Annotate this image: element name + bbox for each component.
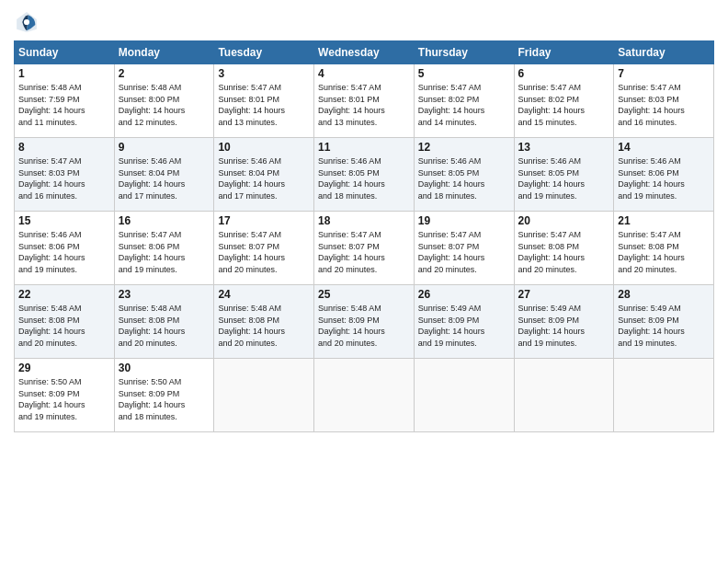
day-info: Sunrise: 5:50 AM Sunset: 8:09 PM Dayligh… (119, 376, 210, 422)
calendar-cell: 7 Sunrise: 5:47 AM Sunset: 8:03 PM Dayli… (614, 64, 714, 138)
day-info: Sunrise: 5:46 AM Sunset: 8:05 PM Dayligh… (418, 155, 510, 201)
day-number: 24 (218, 288, 310, 301)
calendar-cell (214, 359, 314, 432)
day-info: Sunrise: 5:46 AM Sunset: 8:05 PM Dayligh… (518, 155, 610, 201)
calendar-cell: 12 Sunrise: 5:46 AM Sunset: 8:05 PM Dayl… (414, 138, 514, 212)
day-number: 10 (218, 141, 310, 154)
calendar-cell: 6 Sunrise: 5:47 AM Sunset: 8:02 PM Dayli… (514, 64, 614, 138)
day-number: 12 (418, 141, 510, 154)
day-info: Sunrise: 5:48 AM Sunset: 8:08 PM Dayligh… (218, 303, 310, 349)
day-info: Sunrise: 5:46 AM Sunset: 8:06 PM Dayligh… (618, 155, 710, 201)
calendar-cell: 24 Sunrise: 5:48 AM Sunset: 8:08 PM Dayl… (214, 285, 314, 359)
header (14, 9, 714, 35)
calendar-cell: 27 Sunrise: 5:49 AM Sunset: 8:09 PM Dayl… (514, 285, 614, 359)
day-info: Sunrise: 5:48 AM Sunset: 7:59 PM Dayligh… (18, 82, 110, 128)
header-monday: Monday (114, 41, 214, 64)
week-row-2: 8 Sunrise: 5:47 AM Sunset: 8:03 PM Dayli… (15, 138, 714, 212)
day-number: 3 (218, 67, 310, 80)
day-number: 2 (119, 67, 210, 80)
calendar-cell: 1 Sunrise: 5:48 AM Sunset: 7:59 PM Dayli… (15, 64, 115, 138)
week-row-3: 15 Sunrise: 5:46 AM Sunset: 8:06 PM Dayl… (15, 212, 714, 285)
calendar-cell: 17 Sunrise: 5:47 AM Sunset: 8:07 PM Dayl… (214, 212, 314, 285)
calendar-cell: 30 Sunrise: 5:50 AM Sunset: 8:09 PM Dayl… (114, 359, 214, 432)
day-info: Sunrise: 5:47 AM Sunset: 8:08 PM Dayligh… (618, 229, 710, 275)
day-info: Sunrise: 5:46 AM Sunset: 8:06 PM Dayligh… (18, 229, 110, 275)
calendar-cell: 26 Sunrise: 5:49 AM Sunset: 8:09 PM Dayl… (414, 285, 514, 359)
header-wednesday: Wednesday (314, 41, 415, 64)
day-info: Sunrise: 5:48 AM Sunset: 8:08 PM Dayligh… (119, 303, 210, 349)
day-info: Sunrise: 5:46 AM Sunset: 8:04 PM Dayligh… (119, 155, 210, 201)
header-friday: Friday (514, 41, 614, 64)
calendar-cell (314, 359, 415, 432)
svg-point-2 (24, 19, 29, 25)
day-info: Sunrise: 5:49 AM Sunset: 8:09 PM Dayligh… (618, 303, 710, 349)
calendar-cell (414, 359, 514, 432)
day-info: Sunrise: 5:47 AM Sunset: 8:07 PM Dayligh… (218, 229, 310, 275)
calendar-cell: 23 Sunrise: 5:48 AM Sunset: 8:08 PM Dayl… (114, 285, 214, 359)
day-number: 17 (218, 214, 310, 227)
day-number: 22 (18, 288, 110, 301)
calendar-cell: 13 Sunrise: 5:46 AM Sunset: 8:05 PM Dayl… (514, 138, 614, 212)
calendar-table: SundayMondayTuesdayWednesdayThursdayFrid… (14, 40, 714, 432)
header-sunday: Sunday (15, 41, 115, 64)
day-info: Sunrise: 5:47 AM Sunset: 8:08 PM Dayligh… (518, 229, 610, 275)
day-number: 30 (119, 362, 210, 374)
day-number: 15 (18, 214, 110, 227)
day-info: Sunrise: 5:47 AM Sunset: 8:07 PM Dayligh… (418, 229, 510, 275)
logo (14, 9, 43, 35)
calendar-cell: 2 Sunrise: 5:48 AM Sunset: 8:00 PM Dayli… (114, 64, 214, 138)
day-number: 28 (618, 288, 710, 301)
calendar-cell: 28 Sunrise: 5:49 AM Sunset: 8:09 PM Dayl… (614, 285, 714, 359)
day-number: 14 (618, 141, 710, 154)
calendar-cell: 20 Sunrise: 5:47 AM Sunset: 8:08 PM Dayl… (514, 212, 614, 285)
header-tuesday: Tuesday (214, 41, 314, 64)
day-number: 27 (518, 288, 610, 301)
day-info: Sunrise: 5:48 AM Sunset: 8:09 PM Dayligh… (318, 303, 410, 349)
header-thursday: Thursday (414, 41, 514, 64)
day-number: 16 (119, 214, 210, 227)
day-number: 23 (119, 288, 210, 301)
day-info: Sunrise: 5:48 AM Sunset: 8:08 PM Dayligh… (18, 303, 110, 349)
day-info: Sunrise: 5:47 AM Sunset: 8:07 PM Dayligh… (318, 229, 410, 275)
day-info: Sunrise: 5:50 AM Sunset: 8:09 PM Dayligh… (18, 376, 110, 422)
day-number: 19 (418, 214, 510, 227)
calendar-cell: 16 Sunrise: 5:47 AM Sunset: 8:06 PM Dayl… (114, 212, 214, 285)
day-info: Sunrise: 5:47 AM Sunset: 8:03 PM Dayligh… (618, 82, 710, 128)
day-info: Sunrise: 5:49 AM Sunset: 8:09 PM Dayligh… (418, 303, 510, 349)
day-info: Sunrise: 5:47 AM Sunset: 8:06 PM Dayligh… (119, 229, 210, 275)
day-number: 1 (18, 67, 110, 80)
day-info: Sunrise: 5:47 AM Sunset: 8:01 PM Dayligh… (218, 82, 310, 128)
calendar-cell: 11 Sunrise: 5:46 AM Sunset: 8:05 PM Dayl… (314, 138, 415, 212)
calendar-cell: 15 Sunrise: 5:46 AM Sunset: 8:06 PM Dayl… (15, 212, 115, 285)
calendar-cell: 22 Sunrise: 5:48 AM Sunset: 8:08 PM Dayl… (15, 285, 115, 359)
calendar-cell: 29 Sunrise: 5:50 AM Sunset: 8:09 PM Dayl… (15, 359, 115, 432)
week-row-5: 29 Sunrise: 5:50 AM Sunset: 8:09 PM Dayl… (15, 359, 714, 432)
header-saturday: Saturday (614, 41, 714, 64)
day-number: 21 (618, 214, 710, 227)
day-number: 4 (318, 67, 410, 80)
day-info: Sunrise: 5:47 AM Sunset: 8:03 PM Dayligh… (18, 155, 110, 201)
page: SundayMondayTuesdayWednesdayThursdayFrid… (0, 0, 728, 563)
calendar-cell: 10 Sunrise: 5:46 AM Sunset: 8:04 PM Dayl… (214, 138, 314, 212)
day-number: 29 (18, 362, 110, 374)
day-number: 13 (518, 141, 610, 154)
logo-icon (14, 9, 40, 35)
calendar-cell: 21 Sunrise: 5:47 AM Sunset: 8:08 PM Dayl… (614, 212, 714, 285)
day-number: 11 (318, 141, 410, 154)
day-number: 8 (18, 141, 110, 154)
calendar-cell: 14 Sunrise: 5:46 AM Sunset: 8:06 PM Dayl… (614, 138, 714, 212)
day-info: Sunrise: 5:47 AM Sunset: 8:01 PM Dayligh… (318, 82, 410, 128)
calendar-cell (614, 359, 714, 432)
calendar-cell: 19 Sunrise: 5:47 AM Sunset: 8:07 PM Dayl… (414, 212, 514, 285)
week-row-1: 1 Sunrise: 5:48 AM Sunset: 7:59 PM Dayli… (15, 64, 714, 138)
day-number: 7 (618, 67, 710, 80)
day-number: 9 (119, 141, 210, 154)
calendar-cell: 9 Sunrise: 5:46 AM Sunset: 8:04 PM Dayli… (114, 138, 214, 212)
calendar-cell: 25 Sunrise: 5:48 AM Sunset: 8:09 PM Dayl… (314, 285, 415, 359)
day-number: 6 (518, 67, 610, 80)
calendar-cell: 3 Sunrise: 5:47 AM Sunset: 8:01 PM Dayli… (214, 64, 314, 138)
week-row-4: 22 Sunrise: 5:48 AM Sunset: 8:08 PM Dayl… (15, 285, 714, 359)
calendar-cell: 4 Sunrise: 5:47 AM Sunset: 8:01 PM Dayli… (314, 64, 415, 138)
day-info: Sunrise: 5:46 AM Sunset: 8:05 PM Dayligh… (318, 155, 410, 201)
header-row: SundayMondayTuesdayWednesdayThursdayFrid… (15, 41, 714, 64)
